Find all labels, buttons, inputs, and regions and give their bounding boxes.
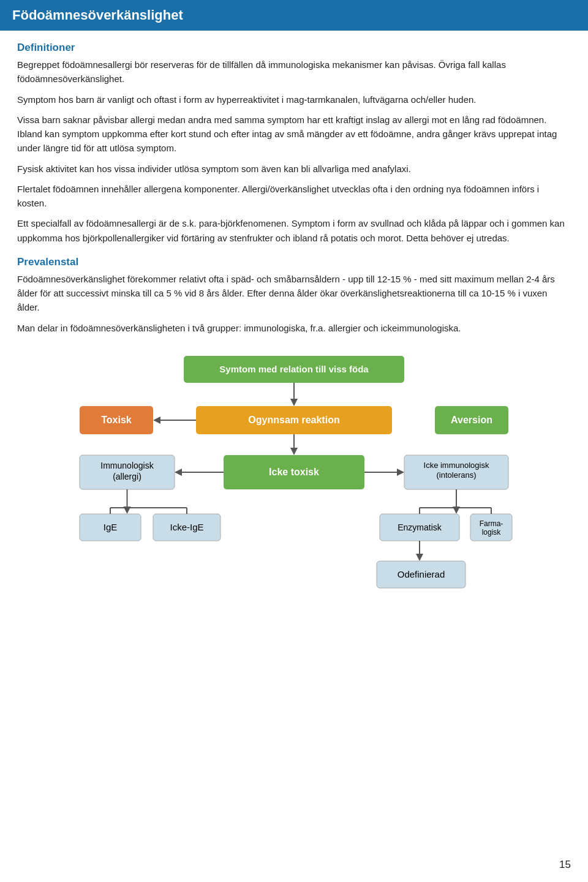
definitions-para-4: Fysisk aktivitet kan hos vissa individer… [17, 162, 571, 176]
prevalenstal-title: Prevalenstal [17, 256, 571, 268]
prevalenstal-para-2: Man delar in födoämnesöverkänsligheten i… [17, 321, 571, 335]
diagram-svg: Symtom med relation till viss födaToxisk… [74, 350, 514, 613]
svg-text:Icke toxisk: Icke toxisk [269, 467, 319, 477]
svg-marker-23 [175, 469, 182, 476]
svg-text:Toxisk: Toxisk [101, 415, 132, 425]
svg-marker-3 [290, 399, 298, 406]
definitions-para-5: Flertalet födoämnen innehåller allergena… [17, 182, 571, 211]
page-title: Födoämnesöverkänslighet [12, 7, 183, 23]
svg-text:Odefinierad: Odefinierad [398, 569, 445, 579]
page-content: Definitioner Begreppet födoämnesallergi … [0, 42, 588, 639]
svg-text:Symtom med relation till viss : Symtom med relation till viss föda [219, 364, 369, 374]
prevalenstal-para-1: Födoämnesöverkänslighet förekommer relat… [17, 272, 571, 315]
definitions-para-3: Vissa barn saknar påvisbar allergi medan… [17, 113, 571, 156]
svg-text:Aversion: Aversion [451, 415, 492, 425]
svg-text:Ogynnsam reaktion: Ogynnsam reaktion [248, 415, 339, 425]
definitions-para-1: Begreppet födoämnesallergi bör reservera… [17, 58, 571, 86]
svg-marker-11 [153, 417, 160, 424]
svg-marker-46 [416, 554, 423, 561]
svg-text:IgE: IgE [104, 522, 118, 532]
svg-marker-25 [397, 469, 404, 476]
svg-text:(allergi): (allergi) [113, 472, 141, 481]
diagram: Symtom med relation till viss födaToxisk… [74, 350, 514, 615]
svg-text:logisk: logisk [482, 528, 502, 537]
svg-marker-13 [290, 448, 298, 455]
svg-text:Enzymatisk: Enzymatisk [398, 522, 442, 532]
page-header: Födoämnesöverkänslighet [0, 0, 588, 31]
definitions-title: Definitioner [17, 42, 571, 54]
svg-text:Icke-IgE: Icke-IgE [170, 522, 203, 532]
svg-text:Farma-: Farma- [480, 519, 503, 528]
svg-text:Icke immunologisk: Icke immunologisk [424, 461, 489, 470]
svg-text:(intolerans): (intolerans) [436, 470, 476, 480]
definitions-para-2: Symptom hos barn är vanligt och oftast i… [17, 92, 571, 107]
definitions-para-6: Ett specialfall av födoämnesallergi är d… [17, 216, 571, 245]
page-number: 15 [559, 859, 571, 871]
svg-text:Immunologisk: Immunologisk [100, 461, 154, 470]
